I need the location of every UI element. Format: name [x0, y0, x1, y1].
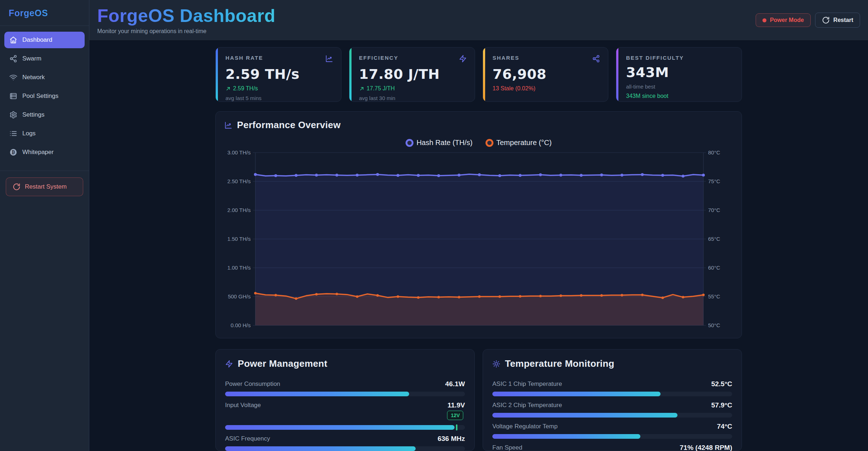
stat-subline: 2.59 TH/s — [225, 85, 333, 92]
chart-panel-title: Performance Overview — [237, 119, 341, 131]
stat-accent-bar — [216, 48, 218, 102]
metric-label: ASIC 1 Chip Temperature — [492, 380, 562, 388]
chart-legend: Hash Rate (TH/s)Temperature (°C) — [224, 139, 733, 147]
sidebar-item-whitepaper[interactable]: ₿Whitepaper — [4, 144, 85, 161]
metric-label: ASIC Frequency — [225, 435, 270, 442]
progress-fill — [492, 392, 661, 396]
page-subtitle: Monitor your mining operations in real-t… — [97, 28, 276, 35]
sidebar-item-label: Logs — [22, 130, 36, 137]
sidebar-item-label: Settings — [22, 111, 44, 118]
sidebar-item-network[interactable]: Network — [4, 69, 85, 86]
stat-subline: avg last 5 mins — [225, 95, 333, 101]
sidebar-item-settings[interactable]: Settings — [4, 107, 85, 123]
chart-line-icon — [224, 121, 232, 129]
stat-accent-bar — [616, 48, 618, 102]
stat-subline-text: 13 Stale (0.02%) — [493, 85, 536, 92]
app-logo: ForgeOS — [0, 0, 89, 26]
stat-accent-bar — [483, 48, 485, 102]
metric-label: Voltage Regulator Temp — [492, 423, 558, 430]
stat-subline: 343M since boot — [626, 93, 734, 99]
gear-icon — [9, 111, 17, 119]
sidebar-item-logs[interactable]: Logs — [4, 125, 85, 142]
stat-subline-text: 2.59 TH/s — [233, 85, 258, 92]
legend-item-hash-rate[interactable]: Hash Rate (TH/s) — [406, 139, 473, 147]
wifi-icon — [9, 73, 17, 81]
list-icon — [9, 130, 17, 137]
restart-label: Restart — [833, 17, 853, 23]
marker-row: 12V — [225, 409, 465, 421]
power-mode-button[interactable]: Power Mode — [756, 13, 811, 27]
performance-overview-panel: Performance Overview Hash Rate (TH/s)Tem… — [215, 111, 742, 338]
share-icon — [592, 55, 600, 63]
stat-subline: 13 Stale (0.02%) — [493, 85, 600, 92]
svg-text:2.50 TH/s: 2.50 TH/s — [227, 178, 251, 184]
legend-ring-icon — [406, 139, 413, 147]
progress-track — [492, 434, 732, 439]
sidebar-restart-section: Restart System — [0, 171, 89, 203]
share-icon — [9, 55, 17, 63]
bitcoin-icon: ₿ — [9, 148, 17, 156]
stat-card-efficiency: EFFICIENCY17.80 J/TH17.75 J/THavg last 3… — [349, 47, 475, 102]
arrow-up-right-icon — [225, 86, 231, 91]
stat-value: 76,908 — [493, 66, 600, 82]
svg-text:50°C: 50°C — [708, 322, 720, 328]
progress-fill — [492, 413, 677, 418]
power-status-dot-icon — [762, 18, 766, 22]
legend-item-temperature[interactable]: Temperature (°C) — [486, 139, 552, 147]
sidebar-item-label: Whitepaper — [22, 149, 54, 156]
power-metrics: Power Consumption46.1WInput Voltage11.9V… — [225, 375, 465, 451]
restart-button[interactable]: Restart — [815, 13, 860, 28]
metric-value: 46.1W — [445, 380, 465, 388]
svg-text:1.00 TH/s: 1.00 TH/s — [227, 265, 251, 271]
progress-fill — [225, 392, 409, 396]
legend-label: Hash Rate (TH/s) — [416, 139, 473, 147]
svg-text:60°C: 60°C — [708, 265, 720, 271]
restart-system-button[interactable]: Restart System — [6, 177, 83, 196]
metric-asic-2-chip-temperature: ASIC 2 Chip Temperature57.9°C — [492, 401, 732, 418]
progress-track — [225, 392, 465, 396]
content: HASH RATE2.59 TH/s2.59 TH/savg last 5 mi… — [89, 41, 868, 451]
metric-input-voltage: Input Voltage11.9V12V — [225, 401, 465, 430]
sidebar-item-label: Swarm — [22, 55, 41, 62]
temperature-monitoring-panel: Temperature Monitoring ASIC 1 Chip Tempe… — [483, 349, 742, 451]
stat-subline: avg last 30 min — [359, 95, 467, 101]
svg-text:1.50 TH/s: 1.50 TH/s — [227, 236, 251, 242]
power-panel-header: Power Management — [225, 358, 465, 369]
progress-fill — [225, 425, 455, 430]
header-actions: Power Mode Restart — [756, 13, 860, 28]
legend-ring-icon — [486, 139, 493, 147]
stat-subline-text: avg last 5 mins — [225, 95, 261, 101]
svg-text:3.00 TH/s: 3.00 TH/s — [227, 149, 251, 155]
rotate-cw-icon — [13, 183, 21, 191]
restart-system-label: Restart System — [25, 183, 67, 190]
metric-label: Fan Speed — [492, 444, 522, 451]
temp-metrics: ASIC 1 Chip Temperature52.5°CASIC 2 Chip… — [492, 375, 732, 451]
stat-accent-bar — [349, 48, 352, 102]
metric-power-consumption: Power Consumption46.1W — [225, 380, 465, 396]
performance-chart: 3.00 TH/s80°C2.50 TH/s75°C2.00 TH/s70°C1… — [224, 149, 734, 331]
progress-fill — [492, 434, 640, 439]
stat-label: EFFICIENCY — [359, 55, 398, 61]
sidebar-item-dashboard[interactable]: Dashboard — [4, 32, 85, 48]
sidebar-item-swarm[interactable]: Swarm — [4, 50, 85, 67]
metric-value: 74°C — [717, 423, 732, 430]
stat-card-hash-rate: HASH RATE2.59 TH/s2.59 TH/savg last 5 mi… — [215, 47, 341, 102]
sidebar: ForgeOS DashboardSwarmNetworkPool Settin… — [0, 0, 89, 451]
metric-value: 57.9°C — [711, 401, 732, 409]
metric-value: 52.5°C — [711, 380, 732, 388]
temp-panel-title: Temperature Monitoring — [505, 358, 614, 369]
metric-asic-frequency: ASIC Frequency636 MHz — [225, 435, 465, 451]
svg-text:80°C: 80°C — [708, 149, 720, 155]
page-title: ForgeOS Dashboard — [97, 6, 276, 26]
stat-value: 2.59 TH/s — [225, 66, 333, 82]
sidebar-item-pool-settings[interactable]: Pool Settings — [4, 88, 85, 104]
stats-row: HASH RATE2.59 TH/s2.59 TH/savg last 5 mi… — [215, 47, 742, 102]
header: ForgeOS Dashboard Monitor your mining op… — [89, 0, 868, 41]
power-panel-title: Power Management — [238, 358, 327, 369]
chart-panel-header: Performance Overview — [224, 119, 733, 131]
stat-card-shares: SHARES76,90813 Stale (0.02%) — [483, 47, 609, 102]
stat-subline-text: avg last 30 min — [359, 95, 395, 101]
metric-label: Power Consumption — [225, 380, 280, 388]
nominal-voltage-marker — [456, 424, 457, 430]
metric-value: 11.9V — [447, 401, 465, 409]
